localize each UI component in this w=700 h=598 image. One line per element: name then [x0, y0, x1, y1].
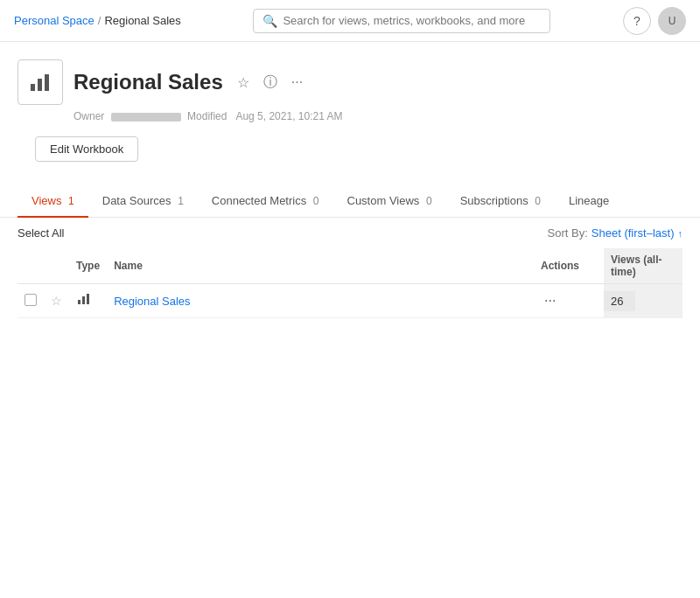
tab-views-count: 1 — [68, 195, 74, 207]
table-controls: Select All Sort By: Sheet (first–last) ↑ — [18, 218, 682, 248]
row-name-cell: Regional Sales — [107, 284, 534, 318]
row-name-link[interactable]: Regional Sales — [114, 295, 190, 308]
modified-label: Modified — [187, 110, 227, 122]
row-star-cell: ☆ — [44, 284, 69, 318]
col-header-check — [18, 248, 44, 284]
search-input[interactable] — [283, 14, 541, 27]
workbook-title-row: Regional Sales ☆ ⓘ ··· — [18, 59, 682, 105]
table-header-row: Type Name Actions Views (all-time) — [18, 248, 682, 284]
search-bar[interactable]: 🔍 — [253, 9, 550, 33]
breadcrumb-separator: / — [98, 14, 102, 27]
tab-subscriptions[interactable]: Subscriptions 0 — [446, 185, 555, 218]
row-type-cell — [69, 284, 107, 318]
row-more-actions-button[interactable]: ··· — [541, 291, 559, 310]
row-favorite-icon[interactable]: ☆ — [51, 294, 62, 308]
svg-rect-5 — [87, 294, 89, 304]
breadcrumb-current-page: Regional Sales — [104, 14, 180, 27]
table-area: Select All Sort By: Sheet (first–last) ↑… — [0, 218, 700, 318]
top-nav: Personal Space / Regional Sales 🔍 ? U — [0, 0, 700, 42]
tab-lineage[interactable]: Lineage — [555, 185, 623, 218]
avatar-icon: U — [668, 15, 676, 27]
favorite-button[interactable]: ☆ — [234, 73, 253, 93]
workbook-tabs: Views 1 Data Sources 1 Connected Metrics… — [0, 184, 700, 218]
svg-rect-2 — [45, 74, 49, 91]
col-header-star — [44, 248, 69, 284]
select-all-button[interactable]: Select All — [18, 226, 64, 240]
tab-connected-metrics-count: 0 — [313, 195, 319, 207]
row-checkbox[interactable] — [24, 294, 37, 306]
svg-rect-4 — [82, 296, 85, 304]
row-actions-cell: ··· — [534, 284, 604, 318]
table-row: ☆ Regional Sales ··· — [18, 284, 682, 318]
owner-label: Owner — [74, 110, 104, 122]
tab-views[interactable]: Views 1 — [18, 185, 88, 218]
owner-value — [111, 113, 181, 122]
sort-direction-icon[interactable]: ↑ — [678, 228, 683, 239]
svg-rect-0 — [31, 84, 35, 91]
help-button[interactable]: ? — [623, 7, 651, 35]
row-views-count: 26 — [604, 291, 635, 311]
col-header-actions: Actions — [534, 248, 604, 284]
tab-connected-metrics[interactable]: Connected Metrics 0 — [198, 185, 333, 218]
row-views-cell: 26 — [604, 284, 682, 318]
row-type-icon — [76, 295, 92, 309]
tab-subscriptions-count: 0 — [535, 195, 541, 207]
info-button[interactable]: ⓘ — [260, 72, 281, 94]
tab-data-sources[interactable]: Data Sources 1 — [88, 185, 198, 218]
sort-by-value[interactable]: Sheet (first–last) — [592, 226, 675, 240]
row-checkbox-cell — [18, 284, 44, 318]
search-icon: 🔍 — [262, 14, 277, 28]
workbook-title: Regional Sales — [74, 70, 223, 94]
modified-date: Aug 5, 2021, 10:21 AM — [235, 110, 342, 122]
sort-area: Sort By: Sheet (first–last) ↑ — [548, 226, 682, 240]
edit-workbook-area: Edit Workbook — [0, 136, 700, 184]
svg-rect-3 — [78, 300, 80, 304]
col-header-name: Name — [107, 248, 534, 284]
breadcrumb: Personal Space / Regional Sales — [14, 14, 181, 27]
workbook-inline-actions: ☆ ⓘ ··· — [234, 72, 306, 94]
col-header-views: Views (all-time) — [604, 248, 682, 284]
tab-data-sources-count: 1 — [178, 195, 184, 207]
breadcrumb-personal-space[interactable]: Personal Space — [14, 14, 94, 27]
help-icon: ? — [634, 14, 640, 28]
workbook-chart-icon — [28, 70, 52, 94]
workbook-icon — [18, 59, 63, 105]
user-avatar-button[interactable]: U — [658, 7, 686, 35]
nav-icons: ? U — [623, 7, 686, 35]
svg-rect-1 — [38, 79, 42, 91]
views-table: Type Name Actions Views (all-time) ☆ — [18, 248, 682, 318]
col-header-type: Type — [69, 248, 107, 284]
tab-custom-views-count: 0 — [426, 195, 432, 207]
workbook-header: Regional Sales ☆ ⓘ ··· Owner Modified Au… — [0, 42, 700, 122]
edit-workbook-button[interactable]: Edit Workbook — [35, 136, 138, 162]
workbook-meta: Owner Modified Aug 5, 2021, 10:21 AM — [74, 110, 682, 122]
tab-custom-views[interactable]: Custom Views 0 — [333, 185, 446, 218]
sort-by-label: Sort By: — [548, 226, 588, 240]
more-options-button[interactable]: ··· — [288, 73, 306, 92]
